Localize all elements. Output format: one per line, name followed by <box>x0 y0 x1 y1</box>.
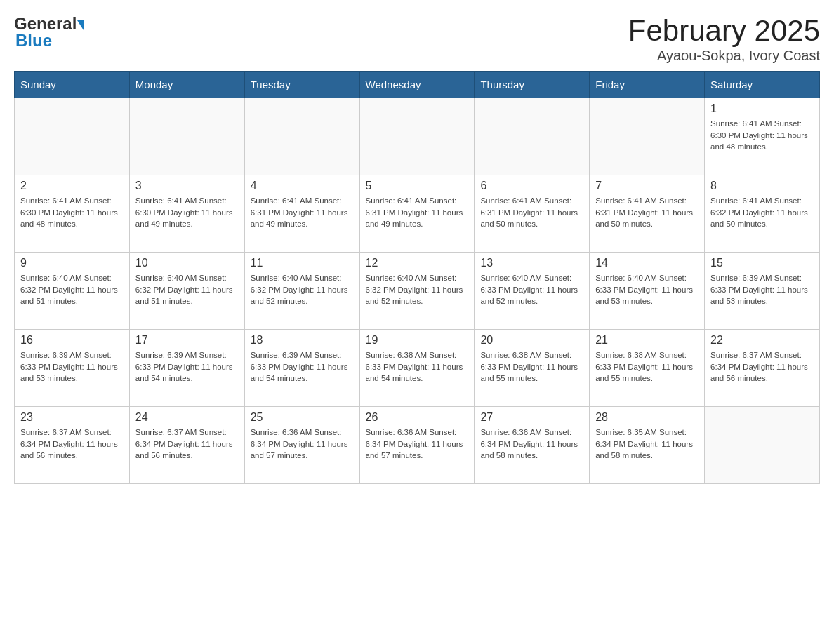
calendar-cell: 9Sunrise: 6:40 AM Sunset: 6:32 PM Daylig… <box>15 253 130 330</box>
day-info: Sunrise: 6:36 AM Sunset: 6:34 PM Dayligh… <box>251 427 354 462</box>
day-info: Sunrise: 6:41 AM Sunset: 6:31 PM Dayligh… <box>251 195 354 230</box>
day-info: Sunrise: 6:41 AM Sunset: 6:30 PM Dayligh… <box>20 195 124 230</box>
calendar-title: February 2025 <box>628 14 820 48</box>
calendar-week-row: 23Sunrise: 6:37 AM Sunset: 6:34 PM Dayli… <box>15 407 820 484</box>
calendar-cell: 3Sunrise: 6:41 AM Sunset: 6:30 PM Daylig… <box>129 175 244 253</box>
calendar-cell: 17Sunrise: 6:39 AM Sunset: 6:33 PM Dayli… <box>129 330 244 407</box>
day-number: 9 <box>20 257 124 269</box>
day-number: 4 <box>251 180 354 192</box>
calendar-cell <box>475 98 590 175</box>
calendar-cell: 8Sunrise: 6:41 AM Sunset: 6:32 PM Daylig… <box>705 175 820 253</box>
day-info: Sunrise: 6:40 AM Sunset: 6:32 PM Dayligh… <box>366 272 469 307</box>
day-info: Sunrise: 6:40 AM Sunset: 6:32 PM Dayligh… <box>135 272 239 307</box>
calendar-cell: 19Sunrise: 6:38 AM Sunset: 6:33 PM Dayli… <box>359 330 475 407</box>
day-number: 21 <box>595 334 699 347</box>
calendar-cell: 11Sunrise: 6:40 AM Sunset: 6:32 PM Dayli… <box>244 253 359 330</box>
calendar-cell: 16Sunrise: 6:39 AM Sunset: 6:33 PM Dayli… <box>15 330 130 407</box>
day-info: Sunrise: 6:41 AM Sunset: 6:31 PM Dayligh… <box>480 195 583 230</box>
day-info: Sunrise: 6:41 AM Sunset: 6:31 PM Dayligh… <box>366 195 469 230</box>
day-number: 2 <box>20 180 124 192</box>
day-number: 11 <box>251 257 354 269</box>
day-number: 17 <box>135 334 239 347</box>
day-info: Sunrise: 6:41 AM Sunset: 6:30 PM Dayligh… <box>710 118 814 153</box>
weekday-header-friday: Friday <box>590 72 705 98</box>
calendar-cell: 23Sunrise: 6:37 AM Sunset: 6:34 PM Dayli… <box>15 407 130 484</box>
calendar-cell: 26Sunrise: 6:36 AM Sunset: 6:34 PM Dayli… <box>359 407 475 484</box>
weekday-header-tuesday: Tuesday <box>244 72 359 98</box>
day-info: Sunrise: 6:40 AM Sunset: 6:33 PM Dayligh… <box>480 272 583 307</box>
weekday-header-saturday: Saturday <box>705 72 820 98</box>
day-info: Sunrise: 6:39 AM Sunset: 6:33 PM Dayligh… <box>710 272 814 307</box>
calendar-cell: 12Sunrise: 6:40 AM Sunset: 6:32 PM Dayli… <box>359 253 475 330</box>
day-info: Sunrise: 6:39 AM Sunset: 6:33 PM Dayligh… <box>135 349 239 384</box>
page-header: General Blue February 2025 Ayaou-Sokpa, … <box>14 14 820 64</box>
calendar-week-row: 2Sunrise: 6:41 AM Sunset: 6:30 PM Daylig… <box>15 175 820 253</box>
day-number: 16 <box>20 334 124 347</box>
calendar-cell <box>15 98 130 175</box>
title-section: February 2025 Ayaou-Sokpa, Ivory Coast <box>628 14 820 64</box>
day-info: Sunrise: 6:41 AM Sunset: 6:30 PM Dayligh… <box>135 195 239 230</box>
calendar-cell <box>244 98 359 175</box>
day-info: Sunrise: 6:36 AM Sunset: 6:34 PM Dayligh… <box>480 427 583 462</box>
calendar-week-row: 9Sunrise: 6:40 AM Sunset: 6:32 PM Daylig… <box>15 253 820 330</box>
day-info: Sunrise: 6:40 AM Sunset: 6:32 PM Dayligh… <box>20 272 124 307</box>
day-number: 12 <box>366 257 469 269</box>
logo-blue-text: Blue <box>15 31 52 51</box>
day-number: 3 <box>135 180 239 192</box>
calendar-cell: 13Sunrise: 6:40 AM Sunset: 6:33 PM Dayli… <box>475 253 590 330</box>
calendar-cell: 14Sunrise: 6:40 AM Sunset: 6:33 PM Dayli… <box>590 253 705 330</box>
day-info: Sunrise: 6:35 AM Sunset: 6:34 PM Dayligh… <box>595 427 699 462</box>
day-info: Sunrise: 6:38 AM Sunset: 6:33 PM Dayligh… <box>595 349 699 384</box>
weekday-header-thursday: Thursday <box>475 72 590 98</box>
day-info: Sunrise: 6:37 AM Sunset: 6:34 PM Dayligh… <box>20 427 124 462</box>
day-info: Sunrise: 6:40 AM Sunset: 6:32 PM Dayligh… <box>251 272 354 307</box>
day-number: 5 <box>366 180 469 192</box>
day-number: 23 <box>20 411 124 424</box>
calendar-week-row: 1Sunrise: 6:41 AM Sunset: 6:30 PM Daylig… <box>15 98 820 175</box>
day-info: Sunrise: 6:37 AM Sunset: 6:34 PM Dayligh… <box>135 427 239 462</box>
day-info: Sunrise: 6:39 AM Sunset: 6:33 PM Dayligh… <box>251 349 354 384</box>
day-number: 20 <box>480 334 583 347</box>
day-number: 26 <box>366 411 469 424</box>
day-number: 24 <box>135 411 239 424</box>
calendar-cell: 25Sunrise: 6:36 AM Sunset: 6:34 PM Dayli… <box>244 407 359 484</box>
calendar-cell: 15Sunrise: 6:39 AM Sunset: 6:33 PM Dayli… <box>705 253 820 330</box>
day-number: 13 <box>480 257 583 269</box>
day-number: 28 <box>595 411 699 424</box>
calendar-cell: 4Sunrise: 6:41 AM Sunset: 6:31 PM Daylig… <box>244 175 359 253</box>
calendar-cell: 21Sunrise: 6:38 AM Sunset: 6:33 PM Dayli… <box>590 330 705 407</box>
day-number: 1 <box>710 102 814 115</box>
day-number: 27 <box>480 411 583 424</box>
day-number: 7 <box>595 180 699 192</box>
day-number: 14 <box>595 257 699 269</box>
day-info: Sunrise: 6:37 AM Sunset: 6:34 PM Dayligh… <box>710 349 814 384</box>
day-number: 8 <box>710 180 814 192</box>
day-info: Sunrise: 6:40 AM Sunset: 6:33 PM Dayligh… <box>595 272 699 307</box>
day-info: Sunrise: 6:36 AM Sunset: 6:34 PM Dayligh… <box>366 427 469 462</box>
calendar-cell <box>705 407 820 484</box>
day-info: Sunrise: 6:41 AM Sunset: 6:31 PM Dayligh… <box>595 195 699 230</box>
day-number: 22 <box>710 334 814 347</box>
day-number: 25 <box>251 411 354 424</box>
calendar-cell <box>359 98 475 175</box>
calendar-cell: 6Sunrise: 6:41 AM Sunset: 6:31 PM Daylig… <box>475 175 590 253</box>
calendar-table: SundayMondayTuesdayWednesdayThursdayFrid… <box>14 71 820 484</box>
weekday-header-row: SundayMondayTuesdayWednesdayThursdayFrid… <box>15 72 820 98</box>
day-number: 15 <box>710 257 814 269</box>
calendar-cell: 2Sunrise: 6:41 AM Sunset: 6:30 PM Daylig… <box>15 175 130 253</box>
calendar-cell <box>590 98 705 175</box>
calendar-cell: 24Sunrise: 6:37 AM Sunset: 6:34 PM Dayli… <box>129 407 244 484</box>
calendar-cell: 1Sunrise: 6:41 AM Sunset: 6:30 PM Daylig… <box>705 98 820 175</box>
day-info: Sunrise: 6:38 AM Sunset: 6:33 PM Dayligh… <box>480 349 583 384</box>
logo-chevron-icon <box>77 20 84 30</box>
day-info: Sunrise: 6:38 AM Sunset: 6:33 PM Dayligh… <box>366 349 469 384</box>
calendar-cell <box>129 98 244 175</box>
calendar-cell: 7Sunrise: 6:41 AM Sunset: 6:31 PM Daylig… <box>590 175 705 253</box>
calendar-cell: 22Sunrise: 6:37 AM Sunset: 6:34 PM Dayli… <box>705 330 820 407</box>
calendar-cell: 20Sunrise: 6:38 AM Sunset: 6:33 PM Dayli… <box>475 330 590 407</box>
calendar-cell: 10Sunrise: 6:40 AM Sunset: 6:32 PM Dayli… <box>129 253 244 330</box>
calendar-cell: 18Sunrise: 6:39 AM Sunset: 6:33 PM Dayli… <box>244 330 359 407</box>
day-number: 10 <box>135 257 239 269</box>
calendar-cell: 27Sunrise: 6:36 AM Sunset: 6:34 PM Dayli… <box>475 407 590 484</box>
day-info: Sunrise: 6:39 AM Sunset: 6:33 PM Dayligh… <box>20 349 124 384</box>
